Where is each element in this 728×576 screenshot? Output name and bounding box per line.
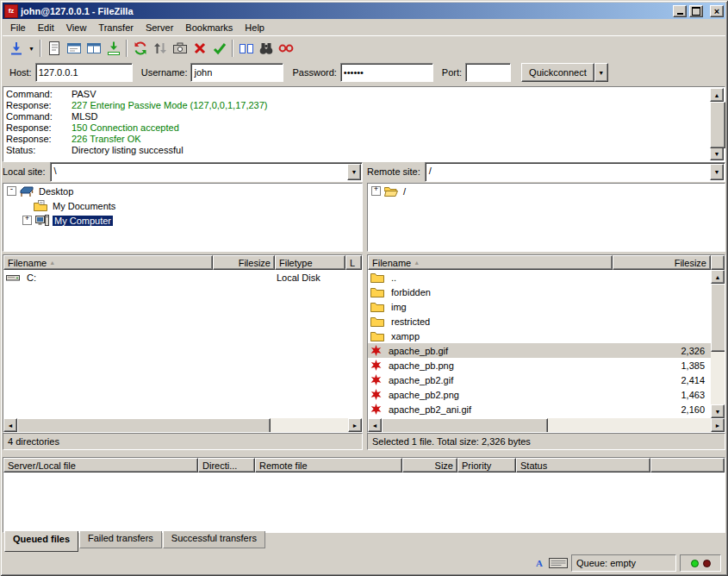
file-row[interactable]: apache_pb2.gif 2,414 xyxy=(368,373,711,387)
scroll-up-button[interactable]: ▲ xyxy=(710,88,724,102)
local-horizontal-scrollbar[interactable]: ◄ ► xyxy=(3,418,362,432)
menu-server[interactable]: Server xyxy=(140,21,179,34)
column-header-filetype[interactable]: Filetype xyxy=(275,255,345,270)
menu-edit[interactable]: Edit xyxy=(32,21,60,34)
file-row[interactable]: apache_pb.png 1,385 xyxy=(368,358,711,373)
queue-body[interactable] xyxy=(3,473,725,532)
column-header-direction[interactable]: Directi... xyxy=(198,458,255,473)
tree-node-my-computer[interactable]: + My Computer xyxy=(3,213,362,228)
status-bar: A Queue: empty xyxy=(3,553,725,573)
scroll-up-button[interactable]: ▲ xyxy=(711,270,725,284)
preview-button[interactable] xyxy=(170,39,190,58)
column-header-priority[interactable]: Priority xyxy=(457,458,516,473)
log-line: Command:MLSD xyxy=(6,111,708,122)
file-row[interactable]: forbidden xyxy=(368,285,711,299)
pane-splitter[interactable] xyxy=(363,162,367,448)
quickconnect-button[interactable]: Quickconnect xyxy=(521,63,594,82)
speed-limits-button[interactable] xyxy=(276,39,296,58)
column-header-filename[interactable]: Filename▲ xyxy=(368,255,613,270)
password-input[interactable] xyxy=(340,63,433,82)
close-button[interactable]: × xyxy=(710,5,724,17)
scroll-track[interactable] xyxy=(382,418,711,432)
file-row[interactable]: img xyxy=(368,299,711,314)
tab-failed-transfers[interactable]: Failed transfers xyxy=(79,531,162,548)
column-header-lastmodified[interactable]: L xyxy=(345,255,362,270)
port-input[interactable] xyxy=(465,63,511,82)
remote-site-combobox[interactable]: / ▼ xyxy=(425,162,725,182)
file-row-selected[interactable]: apache_pb.gif 2,326 xyxy=(368,343,711,358)
scroll-thumb[interactable] xyxy=(17,418,271,433)
file-row[interactable]: apache_pb2.png 1,463 xyxy=(368,387,711,402)
scroll-thumb[interactable] xyxy=(711,284,725,352)
file-row[interactable]: .. xyxy=(368,270,711,285)
remote-site-dropdown-button[interactable]: ▼ xyxy=(710,164,724,180)
queue-splitter[interactable] xyxy=(3,448,725,457)
file-row[interactable]: xampp xyxy=(368,329,711,343)
tree-node-desktop[interactable]: - Desktop xyxy=(3,184,362,198)
find-button[interactable] xyxy=(256,39,276,58)
connect-icon xyxy=(9,41,24,56)
menu-transfer[interactable]: Transfer xyxy=(92,21,140,34)
broken-image-file-icon xyxy=(370,389,382,400)
column-header-status[interactable]: Status xyxy=(516,458,650,473)
collapse-icon[interactable]: - xyxy=(7,186,16,196)
remote-horizontal-scrollbar[interactable]: ◄ ► xyxy=(368,418,725,432)
toggle-queue-button[interactable] xyxy=(103,39,123,58)
log-scrollbar[interactable]: ▲ ▼ xyxy=(710,88,724,160)
column-header-size[interactable]: Size xyxy=(402,458,457,473)
tab-queued-files[interactable]: Queued files xyxy=(4,531,78,552)
local-site-combobox[interactable]: \ ▼ xyxy=(50,162,363,182)
menu-view[interactable]: View xyxy=(60,21,93,34)
username-input[interactable] xyxy=(190,63,283,82)
maximize-button[interactable] xyxy=(689,5,703,17)
scroll-left-button[interactable]: ◄ xyxy=(3,418,17,432)
local-site-dropdown-button[interactable]: ▼ xyxy=(347,164,361,180)
column-header-remote-file[interactable]: Remote file xyxy=(255,458,402,473)
column-header-filesize[interactable]: Filesize xyxy=(613,255,711,270)
tree-node-root[interactable]: + / xyxy=(368,184,725,198)
menu-file[interactable]: File xyxy=(4,21,32,34)
file-row[interactable]: restricted xyxy=(368,314,711,329)
scroll-thumb[interactable] xyxy=(710,102,725,148)
scroll-thumb[interactable] xyxy=(382,418,548,433)
toggle-tree-view-button[interactable] xyxy=(84,39,103,58)
file-row[interactable]: apache_pb2_ani.gif 2,160 xyxy=(368,402,711,416)
expand-icon[interactable]: + xyxy=(22,216,32,225)
scroll-track[interactable] xyxy=(711,284,725,404)
scroll-right-button[interactable]: ► xyxy=(711,418,725,432)
log-line: Response:226 Transfer OK xyxy=(6,134,708,145)
column-header-server-local-file[interactable]: Server/Local file xyxy=(3,458,198,473)
connect-dropdown-button[interactable]: ▼ xyxy=(26,39,37,58)
toggle-tree-view-icon xyxy=(86,41,102,56)
refresh-button[interactable] xyxy=(130,39,150,58)
scroll-left-button[interactable]: ◄ xyxy=(368,418,382,432)
scroll-track[interactable] xyxy=(17,418,348,432)
toggle-message-log-button[interactable] xyxy=(64,39,84,58)
column-header-filename[interactable]: Filename▲ xyxy=(3,255,213,270)
filters-button[interactable] xyxy=(209,39,229,58)
log-lines: Command:PASV Response:227 Entering Passi… xyxy=(6,89,708,160)
scroll-track[interactable] xyxy=(710,102,724,147)
scroll-down-button[interactable]: ▼ xyxy=(710,147,724,160)
remote-site-bar: Remote site: / ▼ xyxy=(367,162,725,181)
remote-vertical-scrollbar[interactable]: ▲ ▼ xyxy=(711,270,725,418)
quickconnect-dropdown-button[interactable]: ▼ xyxy=(594,63,608,82)
tree-node-my-documents[interactable]: My Documents xyxy=(3,198,362,213)
host-input[interactable] xyxy=(35,63,133,82)
file-row-c-drive[interactable]: C: Local Disk xyxy=(3,270,362,285)
minimize-button[interactable] xyxy=(673,5,687,17)
tab-successful-transfers[interactable]: Successful transfers xyxy=(163,531,265,548)
menu-bookmarks[interactable]: Bookmarks xyxy=(179,21,239,34)
compare-directories-button[interactable] xyxy=(236,39,256,58)
column-header-filesize[interactable]: Filesize xyxy=(213,255,275,270)
site-manager-button[interactable] xyxy=(44,39,64,58)
scroll-right-button[interactable]: ► xyxy=(348,418,362,432)
local-list-rows: C: Local Disk xyxy=(3,270,362,418)
process-queue-button[interactable] xyxy=(150,39,170,58)
menu-help[interactable]: Help xyxy=(239,21,271,34)
abort-button[interactable] xyxy=(190,39,209,58)
broken-image-file-icon xyxy=(370,360,382,371)
expand-icon[interactable]: + xyxy=(371,186,381,196)
connect-button[interactable] xyxy=(6,39,26,58)
scroll-down-button[interactable]: ▼ xyxy=(711,404,725,418)
